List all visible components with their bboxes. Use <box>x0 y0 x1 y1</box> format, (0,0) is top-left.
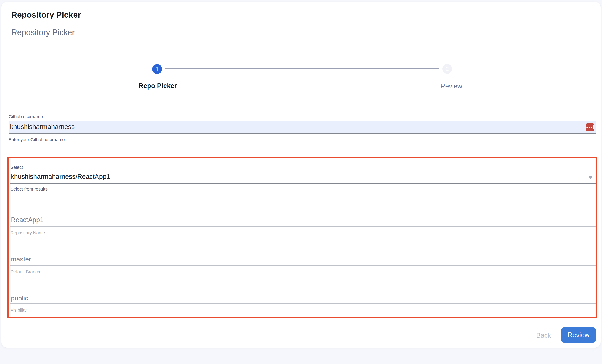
lastpass-dot <box>586 127 588 128</box>
step-2-circle[interactable]: 2 <box>442 64 452 74</box>
repository-name-label: Repository Name <box>11 230 45 235</box>
step-1-label: Repo Picker <box>139 82 177 90</box>
step-1-circle[interactable]: 1 <box>152 64 162 74</box>
default-branch-label: Default Branch <box>11 269 40 274</box>
visibility-label: Visibility <box>11 308 26 313</box>
repo-select-label: Select <box>11 165 23 170</box>
repo-select-helper: Select from results <box>11 186 48 192</box>
review-button[interactable]: Review <box>561 327 596 343</box>
highlight-outline-box <box>8 157 597 318</box>
repo-select-dropdown[interactable]: khushisharmaharness/ReactApp1 <box>11 173 110 181</box>
visibility-value: public <box>11 295 28 302</box>
repository-name-underline <box>11 226 596 226</box>
lastpass-dot <box>589 127 590 128</box>
repo-select-underline <box>11 183 596 184</box>
lastpass-autofill-icon[interactable] <box>586 123 594 131</box>
chevron-down-icon[interactable] <box>588 176 593 179</box>
page-subtitle: Repository Picker <box>11 28 75 37</box>
page-title: Repository Picker <box>11 11 81 20</box>
github-username-input[interactable] <box>9 121 596 133</box>
default-branch-value: master <box>11 256 31 263</box>
repository-picker-card: Repository Picker Repository Picker 1 2 … <box>1 2 601 348</box>
step-2-label: Review <box>441 83 462 90</box>
github-username-label: Github username <box>9 114 43 119</box>
stepper-connector-line <box>165 68 439 69</box>
back-button[interactable]: Back <box>527 330 559 341</box>
github-username-field <box>9 121 596 134</box>
github-username-helper: Enter your Github username <box>9 137 65 142</box>
step-2-number: 2 <box>446 66 449 72</box>
visibility-underline <box>11 303 596 304</box>
repository-name-value: ReactApp1 <box>11 216 43 224</box>
step-1-number: 1 <box>156 66 159 72</box>
lastpass-dot <box>591 127 592 128</box>
lastpass-bar <box>593 125 594 129</box>
default-branch-underline <box>11 265 596 266</box>
